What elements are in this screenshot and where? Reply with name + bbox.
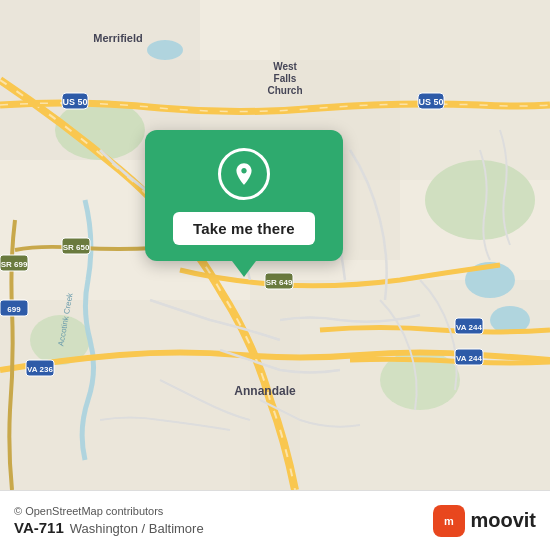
svg-text:Merrifield: Merrifield <box>93 32 143 44</box>
svg-text:699: 699 <box>7 305 21 314</box>
moovit-icon-svg: m <box>438 510 460 532</box>
svg-point-10 <box>147 40 183 60</box>
svg-text:SR 650: SR 650 <box>63 243 90 252</box>
popup-tail <box>232 261 256 277</box>
take-me-there-button[interactable]: Take me there <box>173 212 315 245</box>
moovit-logo: m moovit <box>433 505 536 537</box>
svg-text:VA 236: VA 236 <box>27 365 53 374</box>
map-container: US 50 US 50 SR 649 VA 236 VA 244 VA 244 … <box>0 0 550 490</box>
svg-text:SR 699: SR 699 <box>1 260 28 269</box>
location-icon-wrap <box>218 148 270 200</box>
bottom-left-info: © OpenStreetMap contributors VA-711 Wash… <box>14 505 204 536</box>
svg-text:Falls: Falls <box>274 73 297 84</box>
moovit-logo-icon: m <box>433 505 465 537</box>
location-pin-icon <box>231 161 257 187</box>
svg-text:VA 244: VA 244 <box>456 354 482 363</box>
svg-text:SR 649: SR 649 <box>266 278 293 287</box>
location-subtitle: Washington / Baltimore <box>70 521 204 536</box>
svg-text:m: m <box>445 515 455 527</box>
svg-text:Church: Church <box>268 85 303 96</box>
moovit-logo-text: moovit <box>470 509 536 532</box>
svg-text:US 50: US 50 <box>62 97 87 107</box>
svg-text:VA 244: VA 244 <box>456 323 482 332</box>
location-popup: Take me there <box>145 130 343 277</box>
svg-text:US 50: US 50 <box>418 97 443 107</box>
svg-text:West: West <box>273 61 297 72</box>
svg-text:Annandale: Annandale <box>234 384 296 398</box>
popup-box: Take me there <box>145 130 343 261</box>
location-name: VA-711 <box>14 519 64 536</box>
attribution-text: © OpenStreetMap contributors <box>14 505 204 517</box>
bottom-bar: © OpenStreetMap contributors VA-711 Wash… <box>0 490 550 550</box>
svg-point-7 <box>425 160 535 240</box>
